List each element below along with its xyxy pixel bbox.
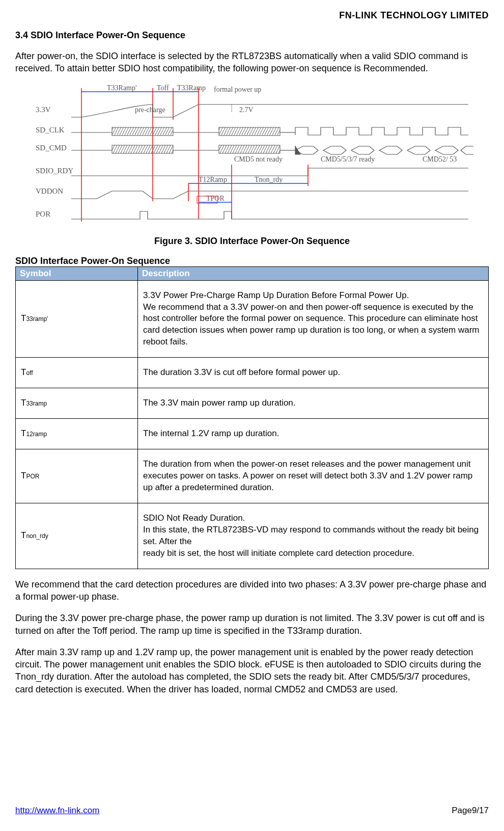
svg-rect-21 — [112, 127, 173, 136]
paragraph-2: During the 3.3V power pre-charge phase, … — [15, 612, 489, 637]
timing-diagram-figure: T33Ramp' Toff T33Ramp formal power up 3.… — [31, 84, 473, 227]
svg-text:Toff: Toff — [157, 84, 169, 92]
table-row: TPOR The duration from when the power-on… — [16, 449, 489, 503]
desc-cell: The internal 1.2V ramp up duration. — [138, 419, 489, 449]
company-header: FN-LINK TECHNOLOGY LIMITED — [15, 10, 489, 21]
table-row: Tnon_rdy SDIO Not Ready Duration.In this… — [16, 503, 489, 569]
col-description: Description — [138, 266, 489, 280]
svg-text:SD_CMD: SD_CMD — [36, 144, 67, 152]
svg-text:TPOR: TPOR — [206, 195, 225, 202]
svg-text:CMD52/ 53: CMD52/ 53 — [423, 155, 457, 163]
paragraph-1: We recommend that the card detection pro… — [15, 578, 489, 603]
desc-cell: SDIO Not Ready Duration.In this state, t… — [138, 503, 489, 569]
table-heading: SDIO Interface Power-On Sequence — [15, 256, 489, 266]
svg-text:T12Ramp: T12Ramp — [199, 176, 227, 183]
table-row: T33ramp' 3.3V Power Pre-Charge Ramp Up D… — [16, 280, 489, 358]
svg-text:SD_CLK: SD_CLK — [36, 126, 65, 134]
table-row: Toff The duration 3.3V is cut off before… — [16, 358, 489, 388]
svg-text:CMD5/5/3/7 ready: CMD5/5/3/7 ready — [321, 155, 375, 163]
svg-text:T33Ramp': T33Ramp' — [107, 84, 137, 92]
svg-text:formal power up: formal power up — [214, 86, 261, 93]
timing-diagram-svg: T33Ramp' Toff T33Ramp formal power up 3.… — [31, 84, 473, 227]
desc-cell: The duration 3.3V is cut off before form… — [138, 358, 489, 388]
svg-rect-23 — [219, 127, 280, 136]
table-row: T12ramp The internal 1.2V ramp up durati… — [16, 419, 489, 449]
paragraph-3: After main 3.3V ramp up and 1.2V ramp up… — [15, 646, 489, 695]
svg-rect-28 — [219, 145, 280, 153]
svg-rect-26 — [112, 145, 173, 153]
svg-text:SDIO_RDY: SDIO_RDY — [36, 167, 73, 175]
svg-text:2.7V: 2.7V — [239, 106, 254, 114]
sdio-table: Symbol Description T33ramp' 3.3V Power P… — [15, 266, 489, 569]
desc-cell: The 3.3V main power ramp up duration. — [138, 388, 489, 419]
page-number: Page9/17 — [452, 806, 489, 816]
svg-text:pre-charge: pre-charge — [135, 106, 165, 114]
svg-text:CMD5 not ready: CMD5 not ready — [234, 155, 283, 163]
footer-link[interactable]: http://www.fn-link.com — [15, 806, 99, 816]
svg-text:POR: POR — [36, 210, 50, 218]
svg-text:3.3V: 3.3V — [36, 105, 51, 114]
col-symbol: Symbol — [16, 266, 138, 280]
section-heading: 3.4 SDIO Interface Power-On Sequence — [15, 30, 489, 41]
figure-caption: Figure 3. SDIO Interface Power-On Sequen… — [15, 236, 489, 247]
desc-cell: The duration from when the power-on rese… — [138, 449, 489, 503]
page-footer: http://www.fn-link.com Page9/17 — [15, 765, 489, 816]
intro-paragraph: After power-on, the SDIO interface is se… — [15, 50, 489, 75]
desc-cell: 3.3V Power Pre-Charge Ramp Up Duration B… — [138, 280, 489, 358]
svg-text:Tnon_rdy: Tnon_rdy — [255, 176, 283, 183]
svg-text:T33Ramp: T33Ramp — [177, 84, 206, 92]
table-row: T33ramp The 3.3V main power ramp up dura… — [16, 388, 489, 419]
svg-text:VDDON: VDDON — [36, 187, 63, 195]
